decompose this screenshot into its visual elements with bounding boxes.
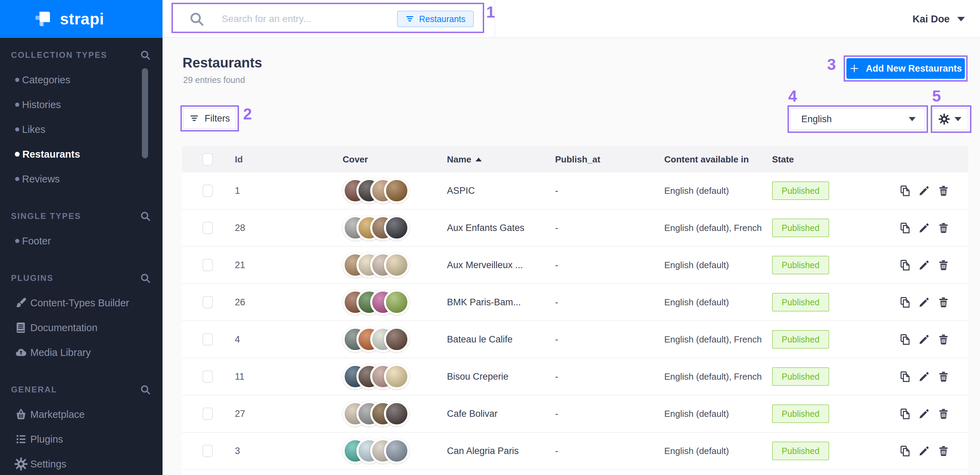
gear-icon	[939, 114, 950, 125]
edit-icon[interactable]	[918, 184, 931, 197]
topbar: Restaurants Kai Doe	[162, 0, 980, 38]
sidebar-item-label: Documentation	[30, 322, 97, 334]
sidebar-item-restaurants[interactable]: Restaurants	[0, 142, 162, 167]
bullet-icon	[15, 127, 19, 132]
cloud-upload-icon	[14, 346, 27, 359]
sidebar-item-media-library[interactable]: Media Library	[0, 340, 162, 365]
sidebar-item-label: Histories	[22, 99, 61, 111]
table-row[interactable]: 4 Bateau le Calife - English (default), …	[182, 321, 968, 358]
sidebar-item-documentation[interactable]: Documentation	[0, 315, 162, 340]
column-header-state[interactable]: State	[771, 154, 881, 165]
sidebar-item-marketplace[interactable]: Marketplace	[0, 402, 162, 427]
delete-icon[interactable]	[937, 184, 950, 197]
duplicate-icon[interactable]	[899, 184, 911, 197]
search-icon[interactable]	[140, 49, 151, 60]
delete-icon[interactable]	[937, 296, 950, 308]
filters-button[interactable]: Filters	[183, 108, 236, 129]
table-row[interactable]: 11 Bisou Creperie - English (default), F…	[182, 358, 968, 396]
duplicate-icon[interactable]	[899, 333, 911, 346]
duplicate-icon[interactable]	[899, 296, 911, 308]
row-checkbox[interactable]	[202, 333, 213, 346]
filter-icon	[189, 114, 199, 123]
cell-id: 28	[227, 223, 338, 234]
column-header-publish-at[interactable]: Publish_at	[551, 154, 663, 165]
sidebar-item-reviews[interactable]: Reviews	[0, 167, 162, 191]
edit-icon[interactable]	[918, 408, 931, 420]
sidebar-item-label: Likes	[22, 124, 45, 135]
duplicate-icon[interactable]	[899, 222, 911, 234]
select-all-checkbox[interactable]	[202, 153, 213, 165]
table-row[interactable]: 3 Can Alegria Paris - English (default) …	[182, 433, 968, 470]
edit-icon[interactable]	[918, 222, 931, 234]
edit-icon[interactable]	[918, 445, 931, 457]
column-header-id[interactable]: Id	[227, 154, 338, 165]
delete-icon[interactable]	[937, 445, 950, 457]
sidebar-item-footer[interactable]: Footer	[0, 229, 162, 253]
column-header-name[interactable]: Name	[444, 154, 551, 165]
cover-image	[384, 252, 409, 278]
sidebar-item-settings[interactable]: Settings	[0, 451, 162, 475]
cover-images	[343, 364, 409, 389]
cell-publish-at: -	[551, 446, 663, 456]
sidebar-item-categories[interactable]: Categories	[0, 67, 162, 92]
duplicate-icon[interactable]	[899, 259, 911, 271]
topbar-divider	[495, 0, 495, 38]
delete-icon[interactable]	[937, 259, 950, 271]
cover-image	[384, 327, 409, 352]
table-row[interactable]	[182, 470, 968, 475]
filters-label: Filters	[205, 113, 230, 124]
duplicate-icon[interactable]	[899, 370, 911, 383]
search-icon[interactable]	[140, 384, 151, 395]
sidebar-item-histories[interactable]: Histories	[0, 92, 162, 117]
edit-icon[interactable]	[918, 333, 931, 346]
delete-icon[interactable]	[937, 370, 950, 383]
row-checkbox[interactable]	[202, 370, 213, 383]
cover-images	[343, 438, 409, 464]
table-row[interactable]: 21 Aux Merveilleux ... - English (defaul…	[182, 247, 968, 284]
cell-id: 3	[227, 446, 338, 456]
sidebar-item-plugins[interactable]: Plugins	[0, 427, 162, 451]
locale-select[interactable]: English	[790, 108, 925, 130]
table-row[interactable]: 26 BMK Paris-Bam... - English (default) …	[182, 284, 968, 321]
delete-icon[interactable]	[937, 333, 950, 346]
table-row[interactable]: 27 Cafe Bolivar - English (default) Publ…	[182, 396, 968, 433]
row-checkbox[interactable]	[202, 296, 213, 308]
table-row[interactable]: 1 ASPIC - English (default) Published	[182, 172, 968, 210]
sidebar-scrollbar[interactable]	[142, 68, 148, 158]
edit-icon[interactable]	[918, 259, 931, 271]
sidebar-item-label: Content-Types Builder	[30, 297, 129, 309]
column-header-cover[interactable]: Cover	[338, 154, 444, 165]
sidebar-section-header: SINGLE TYPES	[0, 204, 162, 229]
edit-icon[interactable]	[918, 296, 931, 308]
status-badge: Published	[772, 330, 829, 349]
column-header-content-available-in[interactable]: Content available in	[663, 154, 771, 165]
add-new-restaurants-button[interactable]: Add New Restaurants	[846, 58, 965, 79]
user-menu[interactable]: Kai Doe	[913, 0, 965, 38]
table-row[interactable]: 28 Aux Enfants Gates - English (default)…	[182, 210, 968, 247]
search-icon[interactable]	[140, 211, 151, 222]
delete-icon[interactable]	[937, 222, 950, 234]
duplicate-icon[interactable]	[899, 445, 911, 457]
edit-icon[interactable]	[918, 370, 931, 383]
duplicate-icon[interactable]	[899, 408, 911, 420]
sidebar-item-content-types-builder[interactable]: Content-Types Builder	[0, 291, 162, 315]
search-filter-chip[interactable]: Restaurants	[397, 11, 474, 27]
list-icon	[14, 433, 27, 446]
row-checkbox[interactable]	[202, 259, 213, 271]
logo-block[interactable]: strapi	[0, 0, 162, 38]
row-checkbox[interactable]	[202, 445, 213, 457]
sidebar-item-likes[interactable]: Likes	[0, 117, 162, 142]
status-badge: Published	[772, 404, 829, 423]
delete-icon[interactable]	[937, 408, 950, 420]
row-checkbox[interactable]	[202, 408, 213, 420]
cover-image	[384, 215, 409, 241]
settings-dropdown-button[interactable]	[932, 108, 968, 130]
brand-name: strapi	[60, 10, 104, 28]
search-icon[interactable]	[140, 273, 151, 284]
search-input[interactable]	[222, 10, 383, 28]
row-checkbox[interactable]	[202, 184, 213, 197]
sidebar-section-title: COLLECTION TYPES	[11, 50, 107, 60]
cell-publish-at: -	[551, 372, 663, 382]
filter-icon	[405, 14, 414, 24]
row-checkbox[interactable]	[202, 222, 213, 234]
